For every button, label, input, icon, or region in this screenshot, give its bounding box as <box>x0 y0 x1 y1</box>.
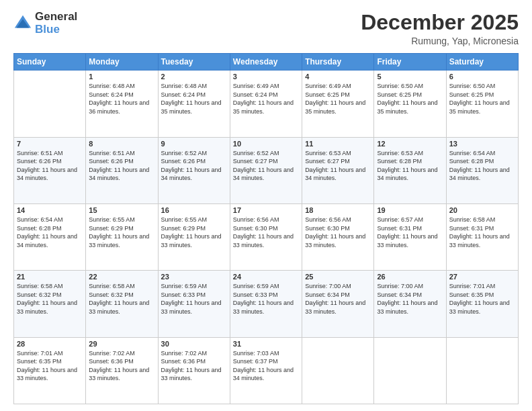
calendar-cell <box>14 71 86 137</box>
day-number: 19 <box>377 206 443 214</box>
title-block: December 2025 Rumung, Yap, Micronesia <box>361 11 519 46</box>
calendar-cell: 12 Sunrise: 6:53 AMSunset: 6:28 PMDaylig… <box>374 137 446 203</box>
day-number: 28 <box>17 340 83 348</box>
day-number: 24 <box>233 273 299 281</box>
calendar-cell: 27 Sunrise: 7:01 AMSunset: 6:35 PMDaylig… <box>446 271 518 337</box>
day-info: Sunrise: 7:00 AMSunset: 6:34 PMDaylight:… <box>305 282 371 316</box>
calendar-cell: 18 Sunrise: 6:56 AMSunset: 6:30 PMDaylig… <box>302 203 374 270</box>
day-info: Sunrise: 6:54 AMSunset: 6:28 PMDaylight:… <box>449 149 515 183</box>
day-number: 14 <box>17 206 83 214</box>
day-number: 23 <box>161 273 227 281</box>
day-number: 1 <box>89 73 154 81</box>
day-info: Sunrise: 7:01 AMSunset: 6:35 PMDaylight:… <box>17 349 83 383</box>
day-number: 29 <box>89 340 154 348</box>
day-info: Sunrise: 6:51 AMSunset: 6:26 PMDaylight:… <box>17 149 83 183</box>
day-info: Sunrise: 6:52 AMSunset: 6:26 PMDaylight:… <box>161 149 227 183</box>
day-number: 4 <box>305 73 371 81</box>
calendar-cell: 7 Sunrise: 6:51 AMSunset: 6:26 PMDayligh… <box>14 137 86 203</box>
calendar-cell: 29 Sunrise: 7:02 AMSunset: 6:36 PMDaylig… <box>86 337 158 404</box>
page: General Blue December 2025 Rumung, Yap, … <box>0 0 532 411</box>
day-number: 18 <box>305 206 371 214</box>
day-info: Sunrise: 6:53 AMSunset: 6:28 PMDaylight:… <box>377 149 443 183</box>
calendar-cell: 15 Sunrise: 6:55 AMSunset: 6:29 PMDaylig… <box>86 203 158 270</box>
day-info: Sunrise: 6:49 AMSunset: 6:24 PMDaylight:… <box>233 82 299 116</box>
day-info: Sunrise: 6:56 AMSunset: 6:30 PMDaylight:… <box>233 216 299 249</box>
day-number: 17 <box>233 206 299 214</box>
calendar-week-row-2: 7 Sunrise: 6:51 AMSunset: 6:26 PMDayligh… <box>14 137 519 203</box>
calendar-cell: 13 Sunrise: 6:54 AMSunset: 6:28 PMDaylig… <box>446 137 518 203</box>
calendar-week-row-4: 21 Sunrise: 6:58 AMSunset: 6:32 PMDaylig… <box>14 271 519 337</box>
calendar-cell: 5 Sunrise: 6:50 AMSunset: 6:25 PMDayligh… <box>374 71 446 137</box>
calendar-weekday-monday: Monday <box>86 54 158 71</box>
day-info: Sunrise: 6:57 AMSunset: 6:31 PMDaylight:… <box>377 216 443 249</box>
day-info: Sunrise: 6:55 AMSunset: 6:29 PMDaylight:… <box>161 216 227 249</box>
day-number: 26 <box>377 273 443 281</box>
day-number: 25 <box>305 273 371 281</box>
day-number: 15 <box>89 206 154 214</box>
calendar-cell: 10 Sunrise: 6:52 AMSunset: 6:27 PMDaylig… <box>230 137 302 203</box>
day-info: Sunrise: 7:02 AMSunset: 6:36 PMDaylight:… <box>161 349 227 383</box>
calendar-cell: 11 Sunrise: 6:53 AMSunset: 6:27 PMDaylig… <box>302 137 374 203</box>
day-info: Sunrise: 6:58 AMSunset: 6:32 PMDaylight:… <box>17 282 83 316</box>
calendar-cell: 24 Sunrise: 6:59 AMSunset: 6:33 PMDaylig… <box>230 271 302 337</box>
day-info: Sunrise: 6:59 AMSunset: 6:33 PMDaylight:… <box>233 282 299 316</box>
calendar-cell: 31 Sunrise: 7:03 AMSunset: 6:37 PMDaylig… <box>230 337 302 404</box>
day-number: 21 <box>17 273 83 281</box>
calendar-week-row-5: 28 Sunrise: 7:01 AMSunset: 6:35 PMDaylig… <box>14 337 519 404</box>
calendar-weekday-wednesday: Wednesday <box>230 54 302 71</box>
calendar-cell: 8 Sunrise: 6:51 AMSunset: 6:26 PMDayligh… <box>86 137 158 203</box>
header: General Blue December 2025 Rumung, Yap, … <box>13 11 519 46</box>
day-number: 27 <box>449 273 515 281</box>
day-number: 11 <box>305 140 371 148</box>
calendar-weekday-friday: Friday <box>374 54 446 71</box>
calendar-cell <box>302 337 374 404</box>
day-number: 22 <box>89 273 154 281</box>
calendar-cell: 28 Sunrise: 7:01 AMSunset: 6:35 PMDaylig… <box>14 337 86 404</box>
calendar-cell <box>446 337 518 404</box>
day-number: 16 <box>161 206 227 214</box>
day-info: Sunrise: 7:00 AMSunset: 6:34 PMDaylight:… <box>377 282 443 316</box>
location-title: Rumung, Yap, Micronesia <box>361 36 519 46</box>
calendar-cell: 23 Sunrise: 6:59 AMSunset: 6:33 PMDaylig… <box>158 271 230 337</box>
calendar-cell: 22 Sunrise: 6:58 AMSunset: 6:32 PMDaylig… <box>86 271 158 337</box>
calendar-week-row-3: 14 Sunrise: 6:54 AMSunset: 6:28 PMDaylig… <box>14 203 519 270</box>
day-info: Sunrise: 6:59 AMSunset: 6:33 PMDaylight:… <box>161 282 227 316</box>
day-info: Sunrise: 6:52 AMSunset: 6:27 PMDaylight:… <box>233 149 299 183</box>
calendar-cell: 2 Sunrise: 6:48 AMSunset: 6:24 PMDayligh… <box>158 71 230 137</box>
day-number: 30 <box>161 340 227 348</box>
logo-icon <box>13 14 32 33</box>
calendar-cell: 9 Sunrise: 6:52 AMSunset: 6:26 PMDayligh… <box>158 137 230 203</box>
day-info: Sunrise: 7:02 AMSunset: 6:36 PMDaylight:… <box>89 349 154 383</box>
day-number: 10 <box>233 140 299 148</box>
day-number: 9 <box>161 140 227 148</box>
calendar-cell: 16 Sunrise: 6:55 AMSunset: 6:29 PMDaylig… <box>158 203 230 270</box>
day-info: Sunrise: 6:48 AMSunset: 6:24 PMDaylight:… <box>161 82 227 116</box>
month-title: December 2025 <box>361 11 519 34</box>
calendar-cell: 26 Sunrise: 7:00 AMSunset: 6:34 PMDaylig… <box>374 271 446 337</box>
calendar-weekday-saturday: Saturday <box>446 54 518 71</box>
calendar-weekday-thursday: Thursday <box>302 54 374 71</box>
day-info: Sunrise: 6:49 AMSunset: 6:25 PMDaylight:… <box>305 82 371 116</box>
day-number: 2 <box>161 73 227 81</box>
day-number: 8 <box>89 140 154 148</box>
logo-text: General Blue <box>35 11 77 36</box>
logo-general: General <box>35 11 77 24</box>
day-number: 31 <box>233 340 299 348</box>
calendar-cell: 3 Sunrise: 6:49 AMSunset: 6:24 PMDayligh… <box>230 71 302 137</box>
day-info: Sunrise: 6:58 AMSunset: 6:31 PMDaylight:… <box>449 216 515 249</box>
calendar-cell: 25 Sunrise: 7:00 AMSunset: 6:34 PMDaylig… <box>302 271 374 337</box>
calendar-cell: 14 Sunrise: 6:54 AMSunset: 6:28 PMDaylig… <box>14 203 86 270</box>
day-number: 5 <box>377 73 443 81</box>
day-info: Sunrise: 7:01 AMSunset: 6:35 PMDaylight:… <box>449 282 515 316</box>
day-number: 3 <box>233 73 299 81</box>
calendar-cell: 20 Sunrise: 6:58 AMSunset: 6:31 PMDaylig… <box>446 203 518 270</box>
calendar-header-row: SundayMondayTuesdayWednesdayThursdayFrid… <box>14 54 519 71</box>
calendar-cell: 1 Sunrise: 6:48 AMSunset: 6:24 PMDayligh… <box>86 71 158 137</box>
day-info: Sunrise: 6:58 AMSunset: 6:32 PMDaylight:… <box>89 282 154 316</box>
day-number: 12 <box>377 140 443 148</box>
calendar-cell: 4 Sunrise: 6:49 AMSunset: 6:25 PMDayligh… <box>302 71 374 137</box>
calendar-cell: 30 Sunrise: 7:02 AMSunset: 6:36 PMDaylig… <box>158 337 230 404</box>
calendar-week-row-1: 1 Sunrise: 6:48 AMSunset: 6:24 PMDayligh… <box>14 71 519 137</box>
day-info: Sunrise: 6:48 AMSunset: 6:24 PMDaylight:… <box>89 82 154 116</box>
day-info: Sunrise: 6:50 AMSunset: 6:25 PMDaylight:… <box>377 82 443 116</box>
